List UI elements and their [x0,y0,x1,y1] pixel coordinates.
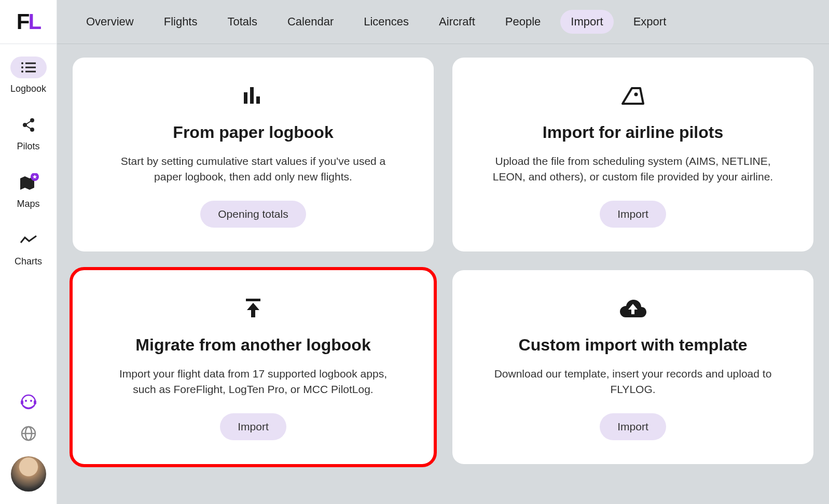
svg-rect-22 [256,96,260,104]
svg-rect-16 [34,400,36,404]
sidebar: FL Logbook Pilots Maps [0,0,57,504]
logo-l: L [29,9,40,34]
tab-totals[interactable]: Totals [217,10,267,34]
card-desc: Start by setting cumulative start values… [108,153,398,185]
upload-top-icon [242,295,265,321]
sidebar-item-charts[interactable]: Charts [10,229,47,267]
sidebar-item-label: Charts [15,256,42,267]
card-title: Migrate from another logbook [135,335,370,355]
card-paper-logbook: From paper logbook Start by setting cumu… [73,58,434,251]
bar-chart-icon [241,82,266,108]
card-custom-template: Custom import with template Download our… [452,270,813,464]
sidebar-item-logbook[interactable]: Logbook [10,57,47,94]
svg-point-23 [634,93,638,96]
card-airline-pilots: Import for airline pilots Upload the fil… [452,58,813,251]
tab-licences[interactable]: Licences [353,10,419,34]
card-desc: Import your flight data from 17 supporte… [108,366,398,398]
import-button[interactable]: Import [600,413,666,440]
logo-f: F [17,9,29,34]
svg-rect-15 [21,400,23,404]
sidebar-item-label: Pilots [17,141,39,152]
svg-point-8 [30,118,34,122]
tab-aircraft[interactable]: Aircraft [429,10,486,34]
card-title: From paper logbook [173,123,333,142]
topnav: Overview Flights Totals Calendar Licence… [57,0,829,44]
svg-rect-21 [250,87,254,104]
import-button[interactable]: Import [600,201,666,228]
share-icon [10,114,47,136]
svg-rect-1 [25,63,36,64]
tab-people[interactable]: People [495,10,551,34]
svg-rect-5 [25,71,36,73]
svg-point-10 [30,128,34,132]
svg-rect-24 [246,299,260,301]
sidebar-item-pilots[interactable]: Pilots [10,114,47,152]
svg-point-2 [21,66,23,68]
svg-rect-3 [25,67,36,68]
svg-point-9 [23,123,27,127]
card-desc: Upload the file from scheduling system (… [488,153,778,185]
card-title: Custom import with template [519,335,748,355]
card-title: Import for airline pilots [543,123,723,142]
tab-import[interactable]: Import [560,10,613,34]
airline-icon [617,82,648,108]
card-desc: Download our template, insert your recor… [488,366,778,398]
avatar[interactable] [11,456,46,492]
support-icon[interactable] [20,393,37,411]
svg-rect-20 [244,92,247,104]
opening-totals-button[interactable]: Opening totals [200,201,306,228]
svg-point-4 [21,71,23,73]
map-icon [10,172,47,193]
svg-point-0 [21,62,23,64]
tab-overview[interactable]: Overview [76,10,144,34]
cloud-upload-icon [618,295,647,321]
svg-point-13 [25,400,27,402]
side-nav: Logbook Pilots Maps Charts [0,44,57,393]
import-button[interactable]: Import [220,413,286,440]
tab-flights[interactable]: Flights [154,10,208,34]
globe-icon[interactable] [20,425,37,442]
list-icon [10,57,47,78]
main: Overview Flights Totals Calendar Licence… [57,0,829,504]
sidebar-bottom [11,393,46,504]
svg-point-14 [30,400,32,402]
card-migrate-logbook: Migrate from another logbook Import your… [73,270,434,464]
logo[interactable]: FL [0,0,57,44]
trend-icon [10,229,47,251]
sidebar-item-label: Maps [17,199,39,209]
tab-calendar[interactable]: Calendar [277,10,344,34]
sidebar-item-maps[interactable]: Maps [10,172,47,209]
import-cards-grid: From paper logbook Start by setting cumu… [57,44,829,478]
sidebar-item-label: Logbook [10,83,46,94]
tab-export[interactable]: Export [623,10,677,34]
